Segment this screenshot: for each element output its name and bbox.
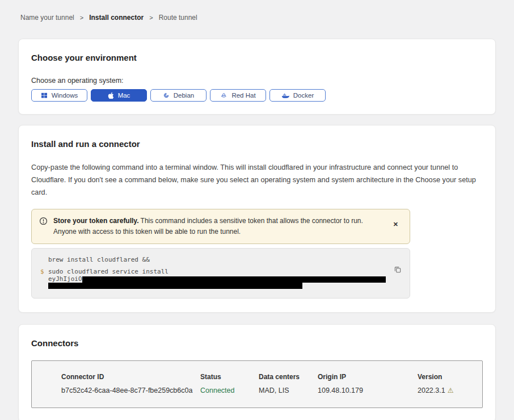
- os-button-label: Red Hat: [231, 92, 255, 99]
- connector-id-value: b7c52c42-6caa-48ee-8c77-fbe259cb6c0a: [61, 387, 200, 394]
- token-warning-text: Store your token carefully. This command…: [53, 216, 382, 237]
- os-button-label: Docker: [293, 92, 314, 99]
- status-badge: Connected: [200, 387, 259, 394]
- origin-ip-value: 109.48.10.179: [318, 387, 418, 394]
- windows-logo-icon: [41, 92, 48, 99]
- alert-circle-icon: [39, 217, 48, 228]
- version-value: 2022.3.1 ⚠: [418, 387, 482, 394]
- token-warning-banner: Store your token carefully. This command…: [31, 209, 410, 244]
- col-origin-ip: Origin IP: [318, 373, 418, 381]
- code-line-2: sudo cloudflared service install: [48, 268, 168, 275]
- environment-card-title: Choose your environment: [31, 53, 483, 62]
- redacted-token-bar: [82, 276, 386, 283]
- redacted-token-bar: [48, 283, 302, 289]
- breadcrumb-separator: >: [80, 14, 83, 21]
- os-button-windows[interactable]: Windows: [31, 89, 87, 102]
- os-select-label: Choose an operating system:: [31, 77, 483, 85]
- os-button-mac[interactable]: Mac: [91, 89, 147, 102]
- copy-icon: [394, 266, 402, 274]
- version-warning-icon: ⚠: [448, 387, 454, 394]
- os-button-label: Windows: [52, 92, 78, 99]
- connector-card-description: Copy-paste the following command into a …: [31, 161, 483, 199]
- breadcrumb-separator: >: [149, 14, 153, 21]
- data-centers-value: MAD, LIS: [259, 387, 318, 394]
- choose-environment-card: Choose your environment Choose an operat…: [18, 39, 496, 115]
- breadcrumb-name-your-tunnel[interactable]: Name your tunnel: [20, 14, 74, 22]
- token-prefix: eyJhIjoiO: [48, 276, 386, 283]
- connectors-card: Connectors Connector ID Status Data cent…: [18, 324, 496, 420]
- token-warning-bold: Store your token carefully.: [53, 217, 139, 225]
- breadcrumb-install-connector[interactable]: Install connector: [89, 14, 144, 22]
- col-connector-id: Connector ID: [61, 373, 200, 381]
- os-button-label: Debian: [174, 92, 194, 99]
- install-connector-card: Install and run a connector Copy-paste t…: [18, 125, 496, 313]
- breadcrumb: Name your tunnel > Install connector > R…: [20, 14, 514, 22]
- col-data-centers: Data centers: [259, 373, 318, 381]
- os-button-redhat[interactable]: Red Hat: [210, 89, 266, 102]
- connectors-card-title: Connectors: [31, 338, 483, 348]
- breadcrumb-route-tunnel[interactable]: Route tunnel: [159, 14, 197, 22]
- apple-logo-icon: [108, 92, 114, 99]
- os-button-debian[interactable]: Debian: [150, 89, 207, 102]
- install-command-codeblock: brew install cloudflared && $sudo cloudf…: [31, 248, 410, 299]
- docker-logo-icon: [281, 92, 289, 99]
- col-version: Version: [418, 373, 482, 381]
- code-line-1: brew install cloudflared &&: [48, 257, 150, 263]
- col-status: Status: [200, 373, 259, 381]
- connectors-table: Connector ID Status Data centers Origin …: [31, 360, 483, 408]
- connectors-table-header: Connector ID Status Data centers Origin …: [61, 373, 482, 381]
- os-button-label: Mac: [118, 92, 130, 99]
- connector-card-title: Install and run a connector: [31, 139, 483, 149]
- os-button-group: Windows Mac Debian Red Hat: [31, 89, 483, 102]
- connector-row: b7c52c42-6caa-48ee-8c77-fbe259cb6c0a Con…: [61, 387, 482, 394]
- shell-prompt: $: [40, 268, 48, 275]
- debian-logo-icon: [163, 92, 170, 99]
- redhat-logo-icon: [220, 92, 227, 99]
- close-warning-button[interactable]: ✕: [391, 220, 401, 229]
- os-button-docker[interactable]: Docker: [269, 89, 326, 102]
- copy-command-button[interactable]: [393, 264, 403, 276]
